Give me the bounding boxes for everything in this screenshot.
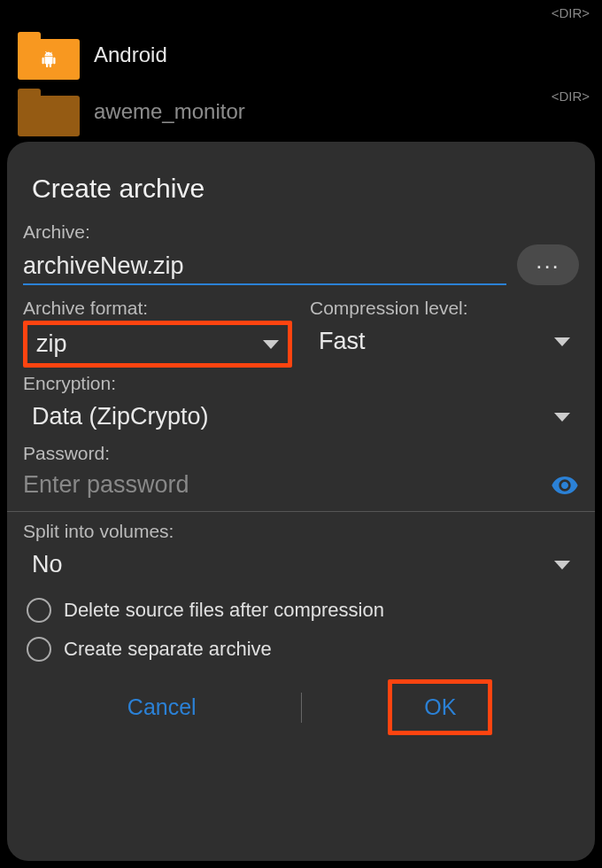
compression-level-label: Compression level: (310, 298, 579, 319)
archive-format-dropdown[interactable]: zip (33, 329, 282, 360)
password-input[interactable] (23, 466, 540, 504)
annotation-highlight: zip (23, 321, 292, 368)
archive-format-value: zip (36, 330, 67, 358)
folder-icon (18, 87, 80, 136)
archive-name-input[interactable] (23, 249, 506, 285)
separate-archive-checkbox-row[interactable]: Create separate archive (23, 630, 579, 669)
android-icon (41, 50, 57, 68)
eye-icon[interactable] (551, 471, 579, 500)
chevron-down-icon (554, 561, 570, 570)
compression-level-dropdown[interactable]: Fast (310, 321, 579, 362)
chevron-down-icon (263, 340, 279, 349)
split-volumes-label: Split into volumes: (23, 521, 579, 542)
folder-item-aweme: aweme_monitor (0, 83, 602, 140)
separate-archive-label: Create separate archive (64, 638, 272, 661)
chevron-down-icon (554, 337, 570, 346)
password-label: Password: (23, 443, 579, 464)
ok-button[interactable]: OK (392, 684, 488, 731)
dir-marker: <DIR> (552, 5, 590, 20)
delete-source-checkbox-row[interactable]: Delete source files after compression (23, 591, 579, 630)
folder-icon (18, 30, 80, 80)
divider (7, 511, 595, 512)
split-volumes-dropdown[interactable]: No (23, 544, 579, 585)
compression-level-value: Fast (319, 328, 366, 355)
encryption-label: Encryption: (23, 373, 579, 394)
cancel-button[interactable]: Cancel (96, 684, 228, 731)
browse-button[interactable]: ... (517, 244, 579, 285)
split-volumes-value: No (32, 551, 63, 578)
delete-source-label: Delete source files after compression (64, 599, 384, 622)
dialog-title: Create archive (32, 174, 579, 204)
radio-unchecked-icon (27, 637, 51, 662)
chevron-down-icon (554, 413, 570, 422)
folder-label: aweme_monitor (94, 99, 245, 124)
file-list-background: <DIR> Android <DIR> aweme_monitor (0, 0, 602, 140)
annotation-highlight: OK (388, 679, 492, 735)
archive-format-label: Archive format: (23, 298, 292, 319)
encryption-dropdown[interactable]: Data (ZipCrypto) (23, 396, 579, 438)
radio-unchecked-icon (27, 598, 51, 623)
folder-label: Android (94, 43, 167, 67)
folder-item-android: Android (0, 27, 602, 83)
encryption-value: Data (ZipCrypto) (32, 403, 209, 430)
archive-name-label: Archive: (23, 221, 579, 243)
create-archive-dialog: Create archive Archive: ... Archive form… (7, 142, 595, 861)
